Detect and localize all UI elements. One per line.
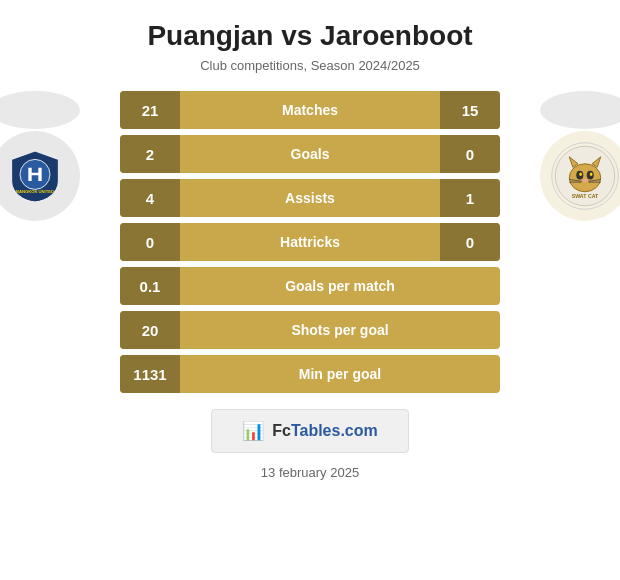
team-left-logo: BANGKOK UNITED (0, 131, 80, 221)
stats-wrapper: BANGKOK UNITED (120, 91, 500, 393)
stat-right-goals: 0 (440, 135, 500, 173)
page-title: Puangjan vs Jaroenboot (147, 20, 472, 52)
oval-right-accent (540, 91, 620, 129)
oval-left-accent (0, 91, 80, 129)
team-right-logo: SWAT CAT (540, 131, 620, 221)
stat-right-hattricks: 0 (440, 223, 500, 261)
stat-left-assists: 4 (120, 179, 180, 217)
svg-point-4 (569, 164, 601, 192)
svg-text:SWAT CAT: SWAT CAT (572, 193, 599, 199)
svg-text:BANGKOK UNITED: BANGKOK UNITED (16, 188, 54, 193)
stat-left-hattricks: 0 (120, 223, 180, 261)
fctables-banner[interactable]: 📊 FcTables.com (211, 409, 409, 453)
stat-row-min-per-goal: 1131 Min per goal (120, 355, 500, 393)
page-subtitle: Club competitions, Season 2024/2025 (200, 58, 420, 73)
stat-label-min-per-goal: Min per goal (180, 366, 500, 382)
stat-right-matches: 15 (440, 91, 500, 129)
stat-right-assists: 1 (440, 179, 500, 217)
stats-list: 21 Matches 15 2 Goals 0 4 Assists 1 0 Ha… (120, 91, 500, 393)
svg-point-10 (590, 173, 593, 177)
stat-row-hattricks: 0 Hattricks 0 (120, 223, 500, 261)
stat-left-goals: 2 (120, 135, 180, 173)
stat-row-goals-per-match: 0.1 Goals per match (120, 267, 500, 305)
stat-val-goals-per-match: 0.1 (120, 267, 180, 305)
page-container: Puangjan vs Jaroenboot Club competitions… (0, 0, 620, 580)
stat-row-assists: 4 Assists 1 (120, 179, 500, 217)
fctables-text: FcTables.com (272, 422, 378, 440)
svg-point-11 (582, 179, 587, 183)
stat-val-min-per-goal: 1131 (120, 355, 180, 393)
stat-label-assists: Assists (180, 190, 440, 206)
stat-row-goals: 2 Goals 0 (120, 135, 500, 173)
stat-val-shots-per-goal: 20 (120, 311, 180, 349)
stat-row-matches: 21 Matches 15 (120, 91, 500, 129)
fctables-icon: 📊 (242, 420, 264, 442)
stat-label-matches: Matches (180, 102, 440, 118)
fctables-colored-text: Tables.com (291, 422, 378, 439)
stat-label-goals: Goals (180, 146, 440, 162)
stat-row-shots-per-goal: 20 Shots per goal (120, 311, 500, 349)
stat-label-shots-per-goal: Shots per goal (180, 322, 500, 338)
stat-label-hattricks: Hattricks (180, 234, 440, 250)
footer-date: 13 february 2025 (261, 465, 359, 480)
stat-left-matches: 21 (120, 91, 180, 129)
stat-label-goals-per-match: Goals per match (180, 278, 500, 294)
svg-point-9 (579, 173, 582, 177)
